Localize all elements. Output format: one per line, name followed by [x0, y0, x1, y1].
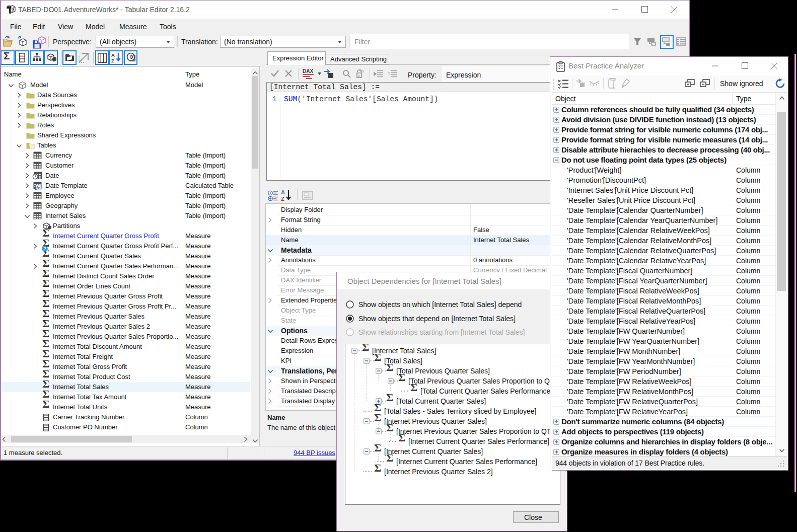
svg-text:DAX: DAX	[303, 68, 313, 74]
svg-text:A: A	[111, 52, 115, 58]
svg-text:?: ?	[43, 246, 46, 251]
svg-text:A: A	[281, 189, 285, 195]
svg-text:Z: Z	[111, 58, 114, 63]
svg-text:fx: fx	[36, 185, 40, 190]
svg-text:?: ?	[388, 71, 390, 77]
svg-text:c: c	[358, 73, 360, 78]
svg-text:b: b	[361, 69, 364, 73]
svg-text:Z: Z	[281, 196, 284, 202]
